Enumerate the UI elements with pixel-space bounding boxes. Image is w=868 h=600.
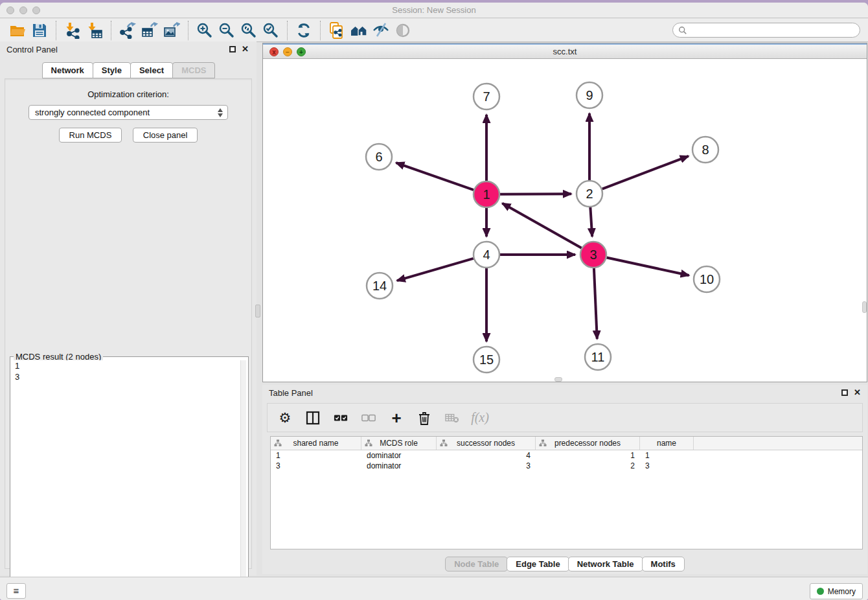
mcds-result-area: 13: [12, 360, 246, 598]
graph-node-10[interactable]: 10: [694, 266, 720, 292]
export-table-button[interactable]: [139, 21, 161, 40]
save-session-button[interactable]: [29, 21, 51, 40]
svg-text:6: 6: [375, 150, 382, 164]
close-panel-icon[interactable]: ✕: [242, 44, 249, 54]
table-cell[interactable]: 2: [536, 461, 640, 471]
table-row[interactable]: 3dominator323: [271, 461, 862, 471]
import-table-button[interactable]: [84, 21, 106, 40]
hide-panels-button[interactable]: [370, 21, 392, 40]
edge-1-2[interactable]: [500, 194, 571, 194]
tab-network-table[interactable]: Network Table: [568, 557, 643, 571]
minimize-window-button[interactable]: [19, 6, 27, 14]
zoom-out-button[interactable]: [216, 21, 238, 40]
column-header-predecessor-nodes[interactable]: predecessor nodes: [536, 437, 640, 450]
table-cell[interactable]: dominator: [361, 450, 437, 461]
vertical-scrollbar[interactable]: [862, 301, 867, 313]
window-title: Session: New Session: [0, 3, 868, 17]
graph-node-15[interactable]: 15: [474, 347, 499, 373]
graph-node-1[interactable]: 1: [474, 181, 499, 207]
zoom-in-button[interactable]: [194, 21, 216, 40]
close-table-panel-icon[interactable]: ✕: [854, 387, 861, 397]
tab-node-table[interactable]: Node Table: [445, 557, 508, 571]
export-image-button[interactable]: [161, 21, 183, 40]
home-layout-button[interactable]: [348, 21, 370, 40]
table-cell[interactable]: 1: [271, 450, 361, 461]
maximize-window-button[interactable]: [32, 6, 40, 14]
table-cell[interactable]: 3: [437, 461, 536, 471]
export-network-button[interactable]: [117, 21, 139, 40]
graph-node-8[interactable]: 8: [692, 137, 718, 163]
column-header-name[interactable]: name: [640, 437, 694, 450]
select-all-button[interactable]: [332, 410, 349, 426]
graph-node-6[interactable]: 6: [366, 144, 392, 170]
network-minimize-button[interactable]: −: [283, 47, 292, 56]
result-scrollbar[interactable]: [240, 360, 246, 598]
panel-divider-grip[interactable]: [255, 305, 260, 317]
column-header-MCDS-role[interactable]: MCDS role: [361, 437, 437, 450]
edge-3-1[interactable]: [502, 203, 581, 248]
deselect-all-button[interactable]: [360, 410, 377, 426]
add-column-button[interactable]: +: [388, 410, 405, 426]
toolbar-separator: [56, 21, 56, 40]
trash-icon: [417, 411, 431, 425]
refresh-button[interactable]: [293, 21, 315, 40]
search-input[interactable]: [691, 26, 854, 35]
tab-select[interactable]: Select: [130, 62, 173, 78]
float-table-panel-icon[interactable]: [841, 389, 848, 396]
mcds-result-line: 1: [12, 360, 246, 371]
edge-1-6[interactable]: [396, 163, 474, 190]
graph-node-2[interactable]: 2: [577, 181, 602, 207]
table-panel: Table Panel ✕ ⚙ + f(x) share: [262, 385, 867, 574]
table-cell[interactable]: 3: [271, 461, 361, 471]
tab-edge-table[interactable]: Edge Table: [507, 557, 569, 571]
table-row[interactable]: 1dominator411: [271, 450, 862, 461]
show-panels-button[interactable]: [392, 21, 414, 40]
zoom-fit-button[interactable]: [238, 21, 260, 40]
graph-node-4[interactable]: 4: [474, 242, 499, 268]
function-builder-button[interactable]: f(x): [472, 410, 488, 426]
close-panel-button[interactable]: Close panel: [133, 128, 198, 143]
table-cell[interactable]: dominator: [361, 461, 437, 471]
network-close-button[interactable]: x: [269, 47, 279, 56]
tab-style[interactable]: Style: [93, 62, 131, 78]
edge-3-11[interactable]: [594, 268, 597, 339]
tab-mcds[interactable]: MCDS: [172, 62, 215, 78]
open-session-button[interactable]: [6, 21, 29, 40]
optimization-criterion-select[interactable]: strongly connected component: [29, 105, 228, 120]
edge-2-8[interactable]: [602, 156, 689, 189]
column-header-successor-nodes[interactable]: successor nodes: [437, 437, 536, 450]
zoom-selected-button[interactable]: [260, 21, 282, 40]
task-history-button[interactable]: ≡: [6, 583, 26, 599]
clone-network-button[interactable]: [326, 21, 348, 40]
tab-motifs[interactable]: Motifs: [642, 557, 685, 571]
tab-network[interactable]: Network: [42, 62, 93, 78]
close-window-button[interactable]: [6, 6, 14, 14]
graph-node-14[interactable]: 14: [367, 273, 393, 299]
toolbar-separator: [320, 21, 321, 40]
import-table-icon: [86, 22, 103, 39]
edge-3-10[interactable]: [607, 257, 689, 275]
network-canvas[interactable]: 7968124314101511: [263, 60, 867, 382]
horizontal-scrollbar[interactable]: [554, 377, 562, 382]
import-network-button[interactable]: [62, 21, 84, 40]
table-settings-button[interactable]: ⚙: [277, 410, 293, 426]
graph-node-11[interactable]: 11: [585, 344, 611, 370]
delete-table-button[interactable]: [444, 410, 461, 426]
float-panel-icon[interactable]: [229, 46, 236, 52]
table-cell[interactable]: 3: [640, 461, 694, 471]
graph-node-7[interactable]: 7: [474, 84, 499, 110]
table-cell[interactable]: 1: [536, 450, 640, 461]
graph-node-3[interactable]: 3: [580, 242, 606, 268]
show-columns-button[interactable]: [304, 410, 321, 426]
table-cell[interactable]: 1: [640, 450, 694, 461]
network-maximize-button[interactable]: +: [297, 47, 306, 56]
delete-column-button[interactable]: [416, 410, 433, 426]
edge-2-3[interactable]: [590, 207, 592, 237]
memory-button[interactable]: Memory: [810, 583, 863, 599]
graph-node-9[interactable]: 9: [577, 82, 602, 108]
column-header-shared-name[interactable]: shared name: [271, 437, 361, 450]
table-cell[interactable]: 4: [437, 450, 536, 461]
eye-slash-icon: [372, 22, 389, 39]
run-mcds-button[interactable]: Run MCDS: [59, 128, 122, 143]
edge-4-14[interactable]: [397, 259, 474, 281]
